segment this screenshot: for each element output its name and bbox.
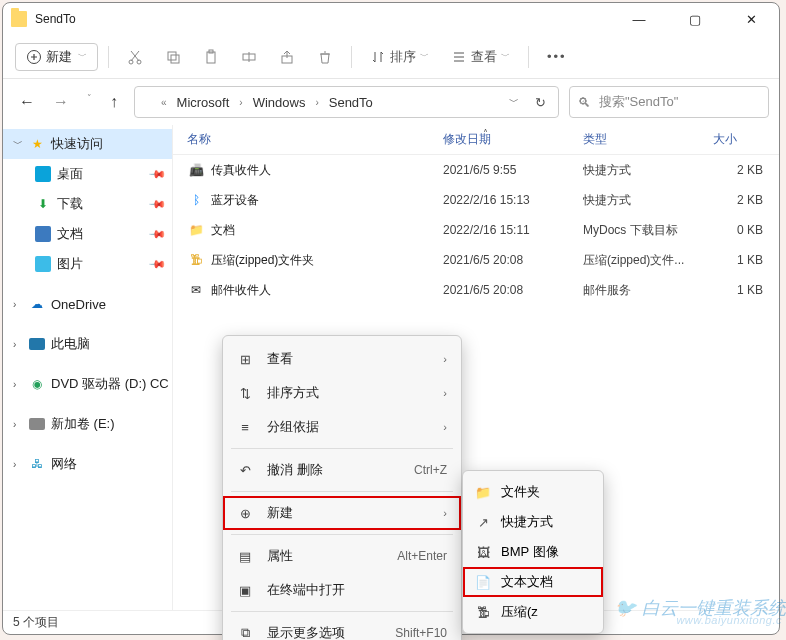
maximize-button[interactable]: ▢ [675,5,715,33]
sub-new-zip[interactable]: 🗜压缩(z [463,597,603,627]
ctx-more[interactable]: ⧉显示更多选项Shift+F10 [223,616,461,640]
list-icon [451,49,467,65]
sort-icon: ⇅ [237,386,253,401]
ctx-sort[interactable]: ⇅排序方式› [223,376,461,410]
titlebar: SendTo ― ▢ ✕ [3,3,779,35]
chevron-down-icon: ﹀ [78,50,87,63]
new-button[interactable]: 新建 ﹀ [15,43,98,71]
sidebar-onedrive[interactable]: ›☁OneDrive [3,289,172,319]
sidebar: ﹀ ★ 快速访问 桌面📌 ⬇下载📌 文档📌 图片📌 ›☁OneDrive ›此电… [3,125,173,610]
text-icon: 📄 [475,575,491,590]
sidebar-dvd[interactable]: ›◉DVD 驱动器 (D:) CC [3,369,172,399]
copy-button[interactable] [157,45,189,69]
pin-icon: 📌 [147,254,166,273]
svg-rect-4 [171,55,179,63]
file-row[interactable]: ᛒ蓝牙设备2022/2/16 15:13快捷方式2 KB [173,185,779,215]
sort-label: 排序 [390,48,416,66]
close-button[interactable]: ✕ [731,5,771,33]
more-button[interactable]: ••• [539,45,575,68]
star-icon: ★ [29,136,45,152]
file-row[interactable]: 📁文档2022/2/16 15:11MyDocs 下载目标0 KB [173,215,779,245]
undo-icon: ↶ [237,463,253,478]
search-icon: 🔍︎ [578,95,591,110]
sidebar-label: 快速访问 [51,135,103,153]
file-row[interactable]: ✉邮件收件人2021/6/5 20:08邮件服务1 KB [173,275,779,305]
network-icon: 🖧 [29,456,45,472]
pictures-icon [35,256,51,272]
ctx-terminal[interactable]: ▣在终端中打开 [223,573,461,607]
col-name[interactable]: 名称 [187,131,443,148]
folder-icon: 📁 [187,222,205,238]
chevron-right-icon: › [13,379,23,390]
sidebar-network[interactable]: ›🖧网络 [3,449,172,479]
rename-button[interactable] [233,45,265,69]
shortcut-icon: ↗ [475,515,491,530]
sidebar-volume[interactable]: ›新加卷 (E:) [3,409,172,439]
image-icon: 🖼 [475,545,491,560]
sidebar-downloads[interactable]: ⬇下载📌 [3,189,172,219]
chevron-right-icon: › [443,387,447,399]
parent-button[interactable]: ↑ [110,93,118,111]
forward-button[interactable]: → [53,93,69,111]
sub-new-txt[interactable]: 📄文本文档 [463,567,603,597]
view-button[interactable]: 查看 ﹀ [443,44,518,70]
share-icon [279,49,295,65]
sidebar-documents[interactable]: 文档📌 [3,219,172,249]
zip-icon: 🗜 [475,605,491,620]
chevron-down-icon: ﹀ [420,50,429,63]
pin-icon: 📌 [147,164,166,183]
file-row[interactable]: 📠传真收件人2021/6/5 9:55快捷方式2 KB [173,155,779,185]
paste-button[interactable] [195,45,227,69]
cut-button[interactable] [119,45,151,69]
minimize-button[interactable]: ― [619,5,659,33]
addressbar: ← → ˅ ↑ « Microsoft › Windows › SendTo ﹀… [3,79,779,125]
breadcrumb[interactable]: « Microsoft › Windows › SendTo ﹀ ↻ [134,86,559,118]
col-type[interactable]: 类型 [583,131,713,148]
col-size[interactable]: 大小 [713,131,779,148]
group-icon: ≡ [237,420,253,435]
search-input[interactable]: 🔍︎ 搜索"SendTo" [569,86,769,118]
sort-icon [370,49,386,65]
chevron-right-icon: › [443,507,447,519]
chevron-down-icon: ﹀ [501,50,510,63]
ctx-new[interactable]: ⊕新建› [223,496,461,530]
bc-seg-1[interactable]: Windows [247,93,312,112]
bc-seg-2[interactable]: SendTo [323,93,379,112]
ctx-group[interactable]: ≡分组依据› [223,410,461,444]
properties-icon: ▤ [237,549,253,564]
view-label: 查看 [471,48,497,66]
bc-overflow[interactable]: « [161,97,167,108]
plus-circle-icon [26,49,42,65]
sort-button[interactable]: 排序 ﹀ [362,44,437,70]
sub-new-folder[interactable]: 📁文件夹 [463,477,603,507]
folder-icon [141,95,157,109]
ctx-properties[interactable]: ▤属性Alt+Enter [223,539,461,573]
dropdown-button[interactable]: ﹀ [509,95,519,110]
folder-icon [11,11,27,27]
bc-seg-0[interactable]: Microsoft [171,93,236,112]
ctx-undo[interactable]: ↶撤消 删除Ctrl+Z [223,453,461,487]
sidebar-desktop[interactable]: 桌面📌 [3,159,172,189]
refresh-button[interactable]: ↻ [535,95,546,110]
sub-new-bmp[interactable]: 🖼BMP 图像 [463,537,603,567]
sort-caret-icon: ˄ [483,128,488,139]
up-button[interactable]: ˅ [87,93,92,111]
back-button[interactable]: ← [19,93,35,111]
sidebar-quick-access[interactable]: ﹀ ★ 快速访问 [3,129,172,159]
chevron-right-icon: › [443,353,447,365]
sidebar-pictures[interactable]: 图片📌 [3,249,172,279]
download-icon: ⬇ [35,196,51,212]
pin-icon: 📌 [147,194,166,213]
file-row[interactable]: 🗜压缩(zipped)文件夹2021/6/5 20:08压缩(zipped)文件… [173,245,779,275]
zip-icon: 🗜 [187,252,205,268]
col-date[interactable]: 修改日期 [443,131,583,148]
delete-button[interactable] [309,45,341,69]
share-button[interactable] [271,45,303,69]
more-icon: ⧉ [237,625,253,640]
chevron-right-icon: › [13,459,23,470]
trash-icon [317,49,333,65]
pin-icon: 📌 [147,224,166,243]
sidebar-this-pc[interactable]: ›此电脑 [3,329,172,359]
sub-new-shortcut[interactable]: ↗快捷方式 [463,507,603,537]
ctx-view[interactable]: ⊞查看› [223,342,461,376]
